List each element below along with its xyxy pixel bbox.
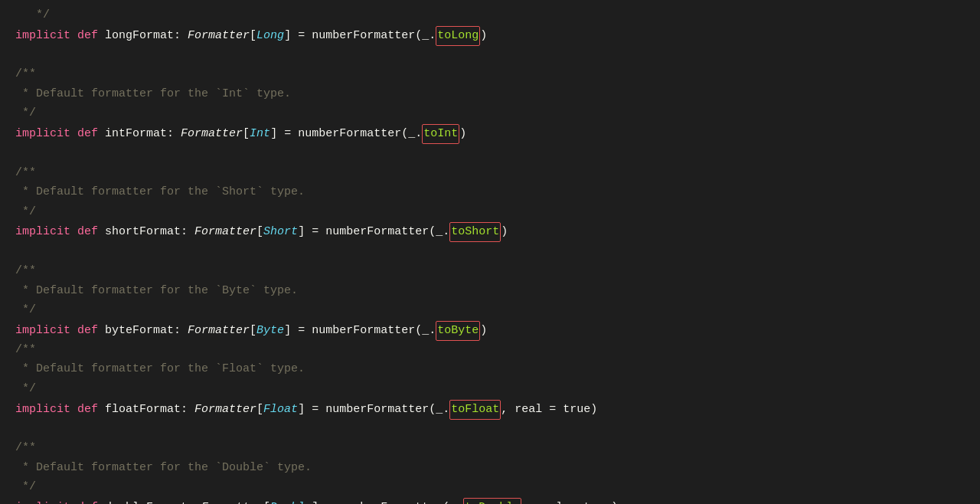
code-line: implicit def intFormat: Formatter[Int] =…: [15, 124, 965, 144]
code-line: * Default formatter for the `Int` type.: [15, 85, 965, 105]
code-line: /**: [15, 341, 965, 361]
code-line: * Default formatter for the `Double` typ…: [15, 459, 965, 479]
code-line: /**: [15, 439, 965, 459]
code-line: */: [15, 104, 965, 124]
code-line: [15, 46, 965, 66]
code-line: * Default formatter for the `Float` type…: [15, 360, 965, 380]
code-line: implicit def byteFormat: Formatter[Byte]…: [15, 321, 965, 341]
code-line: implicit def longFormat: Formatter[Long]…: [15, 26, 965, 46]
code-line: /**: [15, 65, 965, 85]
code-line: */: [15, 301, 965, 321]
code-line: */: [15, 6, 965, 26]
code-viewer: */implicit def longFormat: Formatter[Lon…: [0, 0, 980, 504]
code-line: */: [15, 203, 965, 223]
code-line: */: [15, 380, 965, 400]
code-line: [15, 420, 965, 440]
code-line: * Default formatter for the `Short` type…: [15, 183, 965, 203]
code-line: * Default formatter for the `Byte` type.: [15, 282, 965, 302]
code-line: [15, 144, 965, 164]
code-line: [15, 242, 965, 262]
code-line: /**: [15, 262, 965, 282]
code-line: */: [15, 478, 965, 498]
code-line: implicit def shortFormat: Formatter[Shor…: [15, 222, 965, 242]
code-line: implicit def floatFormat: Formatter[Floa…: [15, 400, 965, 420]
code-line: /**: [15, 164, 965, 184]
code-line: implicit def doubleFormat: Formatter[Dou…: [15, 498, 965, 504]
